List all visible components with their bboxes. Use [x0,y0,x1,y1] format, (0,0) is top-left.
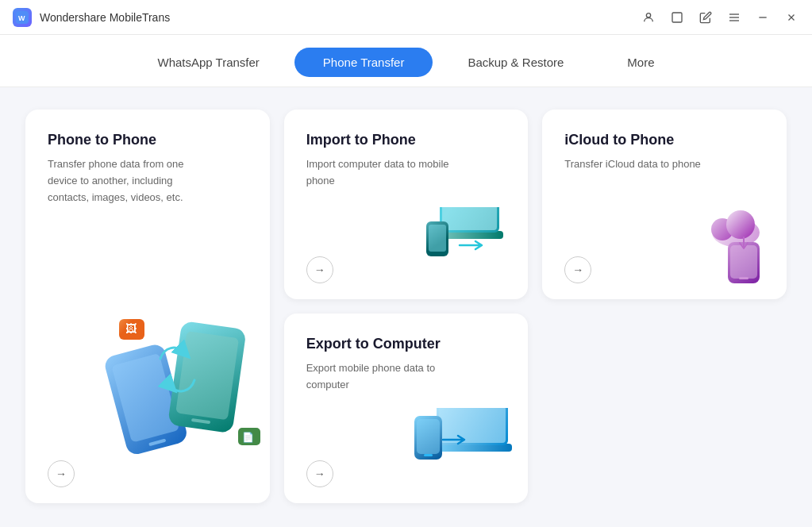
menu-button[interactable] [726,10,742,25]
edit-button[interactable] [698,10,714,25]
card-phone-to-phone[interactable]: Phone to Phone Transfer phone data from … [25,110,270,503]
svg-rect-22 [442,207,497,230]
titlebar-controls [641,10,799,25]
card-import-title: Import to Phone [306,132,506,148]
svg-rect-30 [739,277,749,279]
nav-phone-transfer[interactable]: Phone Transfer [294,48,433,77]
svg-rect-35 [417,419,440,454]
card-phone-to-phone-title: Phone to Phone [48,132,248,148]
card-export-desc: Export mobile phone data to computer [306,360,465,394]
titlebar-left: W Wondershare MobileTrans [13,8,170,27]
card-import-to-phone[interactable]: Import to Phone Import computer data to … [284,110,529,299]
svg-text:📄: 📄 [242,431,254,443]
card-phone-to-phone-desc: Transfer phone data from one device to a… [48,156,206,206]
card-export-arrow[interactable]: → [306,460,333,487]
svg-text:W: W [18,14,25,22]
app-name: Wondershare MobileTrans [40,11,170,24]
svg-rect-36 [424,454,433,456]
titlebar: W Wondershare MobileTrans [0,0,812,35]
profile-button[interactable] [641,10,656,25]
nav-backup[interactable]: Backup & Restore [439,48,592,77]
svg-point-27 [726,210,755,239]
svg-point-2 [646,13,650,17]
svg-rect-24 [429,225,446,252]
minimize-button[interactable] [755,10,771,25]
card-export-title: Export to Computer [306,336,506,352]
svg-rect-3 [672,13,682,22]
card-icloud-to-phone[interactable]: iCloud to Phone Transfer iCloud data to … [542,110,787,299]
svg-rect-29 [730,245,757,279]
card-icloud-desc: Transfer iCloud data to phone [564,156,723,173]
close-button[interactable] [783,10,799,25]
main-content: Phone to Phone Transfer phone data from … [0,87,812,525]
card-import-desc: Import computer data to mobile phone [306,156,465,190]
app-icon: W [13,8,32,27]
card-import-arrow[interactable]: → [306,256,333,283]
nav-whatsapp[interactable]: WhatsApp Transfer [129,48,287,77]
svg-rect-11 [111,353,179,443]
svg-rect-33 [439,408,506,443]
svg-text:🖼: 🖼 [125,322,137,335]
card-export-to-computer[interactable]: Export to Computer Export mobile phone d… [284,314,529,503]
window-button[interactable] [669,10,685,25]
card-icloud-arrow[interactable]: → [564,256,591,283]
card-icloud-title: iCloud to Phone [564,132,764,148]
card-phone-to-phone-arrow[interactable]: → [48,460,75,487]
nav-more[interactable]: More [598,48,683,77]
nav-bar: WhatsApp Transfer Phone Transfer Backup … [0,35,812,87]
